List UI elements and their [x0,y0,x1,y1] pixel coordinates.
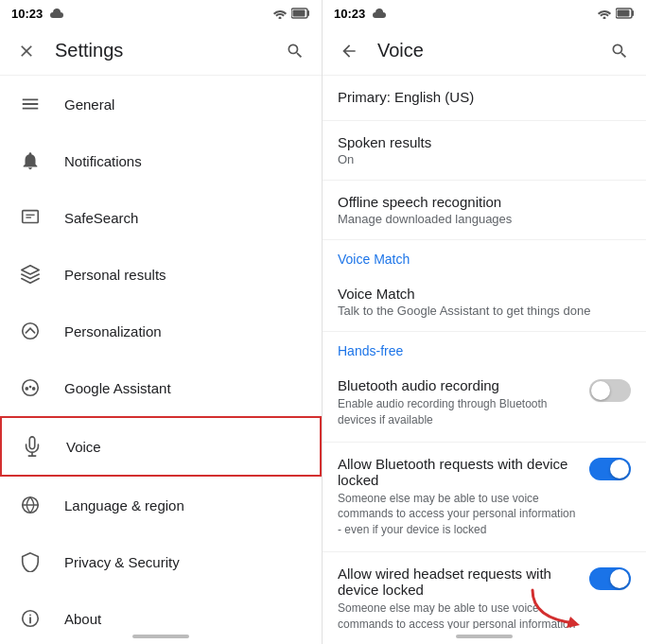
primary-language-title: Primary: English (US) [338,89,631,105]
cloud-icon [48,8,63,19]
right-header-left: Voice [334,36,424,66]
spoken-results-title: Spoken results [338,134,631,150]
status-bar-right: 10:23 [323,0,646,26]
bluetooth-recording-toggle-row[interactable]: Bluetooth audio recording Enable audio r… [323,364,646,443]
svg-rect-17 [618,10,630,17]
sidebar-item-personal-results[interactable]: Personal results [0,246,322,303]
svg-point-8 [32,387,36,391]
left-header-left: Settings [11,36,123,66]
sidebar-item-general[interactable]: General [0,76,322,132]
bluetooth-locked-knob [610,460,629,479]
voice-match-item-title: Voice Match [338,286,631,302]
wired-locked-text: Allow wired headset requests with device… [338,566,578,629]
close-button[interactable] [11,36,42,66]
voice-match-item-sub: Talk to the Google Assistant to get thin… [338,304,631,318]
wired-locked-knob [610,569,629,588]
bluetooth-recording-sub: Enable audio recording through Bluetooth… [338,396,578,428]
bluetooth-recording-title: Bluetooth audio recording [338,377,578,393]
privacy-label: Privacy & Security [64,554,180,570]
status-left-right: 10:23 [334,7,386,21]
personal-results-icon [15,259,45,289]
right-header: Voice [323,26,646,76]
bluetooth-locked-title: Allow Bluetooth requests with device loc… [338,456,578,488]
sidebar-item-notifications[interactable]: Notifications [0,132,322,189]
wired-locked-title: Allow wired headset requests with device… [338,566,578,598]
time-left: 10:23 [11,7,43,21]
svg-point-5 [23,323,39,339]
personal-results-label: Personal results [64,267,166,283]
general-icon [15,89,45,119]
offline-speech-sub: Manage downloaded languages [338,212,631,226]
primary-language-item[interactable]: Primary: English (US) [323,76,646,121]
google-assistant-label: Google Assistant [64,380,171,396]
about-label: About [64,611,101,627]
settings-list: General Notifications SafeSearch [0,76,322,629]
settings-title: Settings [55,40,123,61]
safesearch-label: SafeSearch [64,210,138,226]
sidebar-item-privacy[interactable]: Privacy & Security [0,533,322,590]
right-panel: 10:23 Voice [323,0,646,644]
voice-settings-list: Primary: English (US) Spoken results On … [323,76,646,629]
battery-icon-right [616,8,635,19]
voice-icon [17,431,47,461]
language-label: Language & region [64,497,184,513]
offline-speech-title: Offline speech recognition [338,194,631,210]
sidebar-item-about[interactable]: About [0,590,322,629]
sidebar-item-voice[interactable]: Voice [0,416,322,477]
general-label: General [64,96,114,113]
back-button[interactable] [334,36,364,66]
sidebar-item-google-assistant[interactable]: Google Assistant [0,359,322,416]
scroll-indicator-right [456,635,513,638]
spoken-results-item[interactable]: Spoken results On [323,121,646,181]
wired-locked-toggle-row[interactable]: Allow wired headset requests with device… [323,552,646,629]
status-right-right [597,8,635,19]
bluetooth-recording-knob [591,381,610,400]
bluetooth-locked-toggle[interactable] [589,458,631,480]
bluetooth-locked-text: Allow Bluetooth requests with device loc… [338,456,578,538]
spoken-results-sub: On [338,152,631,166]
safesearch-icon [15,202,45,233]
svg-point-15 [29,614,31,616]
about-icon [15,603,45,629]
offline-speech-item[interactable]: Offline speech recognition Manage downlo… [323,181,646,240]
wifi-icon-right [597,8,612,19]
scroll-indicator-left [132,635,189,638]
wired-locked-sub: Someone else may be able to use voice co… [338,600,578,629]
language-icon [15,490,45,520]
battery-icon-left [291,8,310,19]
bluetooth-recording-text: Bluetooth audio recording Enable audio r… [338,377,578,428]
personalization-icon [15,316,45,346]
sidebar-item-language[interactable]: Language & region [0,477,322,533]
cloud-icon-right [371,8,386,19]
status-right-left [272,8,310,19]
close-icon [17,42,36,61]
svg-point-9 [29,386,32,389]
status-left: 10:23 [11,7,63,21]
back-icon [340,42,358,61]
voice-match-item[interactable]: Voice Match Talk to the Google Assistant… [323,272,646,332]
time-right: 10:23 [334,7,365,21]
sidebar-item-personalization[interactable]: Personalization [0,303,322,359]
search-icon-left [286,42,305,61]
bluetooth-recording-toggle[interactable] [589,379,631,402]
svg-rect-2 [23,211,39,223]
bluetooth-locked-sub: Someone else may be able to use voice co… [338,491,578,538]
svg-rect-1 [293,10,306,17]
status-bar-left: 10:23 [0,0,322,26]
google-assistant-icon [15,373,45,403]
notifications-label: Notifications [64,153,142,169]
wired-locked-toggle[interactable] [589,567,631,590]
left-header: Settings [0,26,322,76]
search-button-left[interactable] [280,36,310,66]
voice-page-title: Voice [377,40,424,61]
wifi-icon-left [272,8,288,19]
privacy-icon [15,547,45,577]
notifications-icon [15,146,45,176]
search-button-right[interactable] [604,36,635,66]
bluetooth-locked-toggle-row[interactable]: Allow Bluetooth requests with device loc… [323,443,646,552]
hands-free-section-header: Hands-free [323,332,646,364]
search-icon-right [610,42,629,61]
svg-point-7 [26,387,29,391]
voice-match-section-header: Voice Match [323,240,646,272]
sidebar-item-safesearch[interactable]: SafeSearch [0,189,322,246]
